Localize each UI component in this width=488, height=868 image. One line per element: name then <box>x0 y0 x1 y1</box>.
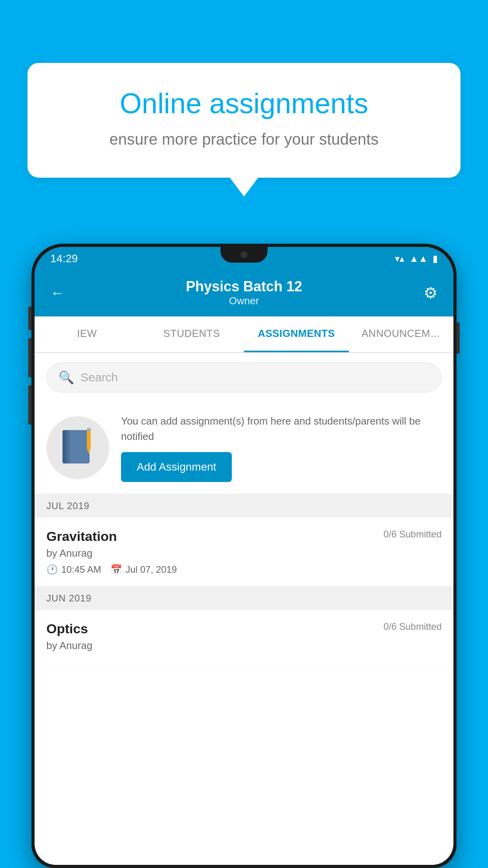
phone-screen: 14:29 ▾▴ ▲▲ ▮ ← Physics Batch 12 Owner ⚙ <box>35 247 453 865</box>
tabs-bar: IEW STUDENTS ASSIGNMENTS ANNOUNCEM… <box>35 316 453 353</box>
assignment-title-gravitation: Gravitation <box>46 529 117 544</box>
back-button[interactable]: ← <box>50 285 64 301</box>
tab-iew[interactable]: IEW <box>35 316 139 352</box>
section-header-jul: JUL 2019 <box>35 494 453 518</box>
speech-bubble: Online assignments ensure more practice … <box>28 63 460 178</box>
assignment-submitted-gravitation: 0/6 Submitted <box>383 529 442 540</box>
search-icon: 🔍 <box>59 370 74 385</box>
settings-icon[interactable]: ⚙ <box>424 284 438 302</box>
promo-text-area: You can add assignment(s) from here and … <box>121 414 442 482</box>
assignment-item-gravitation[interactable]: Gravitation 0/6 Submitted by Anurag 🕐 10… <box>35 518 453 587</box>
promo-description: You can add assignment(s) from here and … <box>121 414 442 444</box>
header-title: Physics Batch 12 <box>64 278 424 295</box>
signal-icon: ▲▲ <box>409 253 428 264</box>
notebook-svg-icon <box>60 428 95 467</box>
assignment-by-optics: by Anurag <box>46 640 442 652</box>
tab-announcements[interactable]: ANNOUNCEM… <box>349 316 454 352</box>
bubble-subtitle: ensure more practice for your students <box>55 128 433 150</box>
assignment-time: 🕐 10:45 AM <box>46 564 101 575</box>
assignment-item-optics[interactable]: Optics 0/6 Submitted by Anurag <box>35 610 453 668</box>
volume-down-button <box>28 338 31 377</box>
power-button <box>457 322 460 354</box>
promo-icon-circle <box>46 416 109 479</box>
svg-rect-3 <box>87 429 91 449</box>
search-placeholder-text: Search <box>81 371 118 384</box>
status-bar: 14:29 ▾▴ ▲▲ ▮ <box>35 247 453 270</box>
assignment-row-top: Gravitation 0/6 Submitted <box>46 529 442 544</box>
assignment-time-value: 10:45 AM <box>61 564 101 575</box>
content-area: 🔍 Search <box>35 353 453 865</box>
assignment-row-top-optics: Optics 0/6 Submitted <box>46 621 442 636</box>
clock-icon: 🕐 <box>46 564 58 575</box>
promo-card: Online assignments ensure more practice … <box>28 63 460 197</box>
silent-button <box>28 385 31 425</box>
tab-assignments[interactable]: ASSIGNMENTS <box>244 316 349 352</box>
front-camera <box>240 251 248 258</box>
section-header-jun: JUN 2019 <box>35 587 453 610</box>
notch <box>220 247 268 263</box>
svg-rect-5 <box>87 428 91 431</box>
battery-icon: ▮ <box>433 253 438 264</box>
svg-rect-2 <box>62 430 66 463</box>
bubble-tail <box>230 178 258 197</box>
status-time: 14:29 <box>50 252 78 265</box>
app-header: ← Physics Batch 12 Owner ⚙ <box>35 270 453 316</box>
header-center: Physics Batch 12 Owner <box>64 278 424 307</box>
volume-up-button <box>28 307 31 330</box>
assignment-submitted-optics: 0/6 Submitted <box>383 621 442 632</box>
search-bar[interactable]: 🔍 Search <box>46 362 442 392</box>
assignment-title-optics: Optics <box>46 621 88 636</box>
assignment-by-gravitation: by Anurag <box>46 547 442 559</box>
add-assignment-button[interactable]: Add Assignment <box>121 452 232 482</box>
assignment-date-value: Jul 07, 2019 <box>125 564 177 575</box>
assignment-date: 📅 Jul 07, 2019 <box>110 564 177 575</box>
promo-section: You can add assignment(s) from here and … <box>35 402 453 494</box>
assignment-meta-gravitation: 🕐 10:45 AM 📅 Jul 07, 2019 <box>46 564 442 575</box>
calendar-icon: 📅 <box>110 564 122 575</box>
phone-inner: 14:29 ▾▴ ▲▲ ▮ ← Physics Batch 12 Owner ⚙ <box>35 247 453 865</box>
bubble-title: Online assignments <box>55 86 433 120</box>
header-subtitle: Owner <box>64 295 424 307</box>
status-icons: ▾▴ ▲▲ ▮ <box>395 253 438 264</box>
search-container: 🔍 Search <box>35 353 453 402</box>
phone-mockup: 14:29 ▾▴ ▲▲ ▮ ← Physics Batch 12 Owner ⚙ <box>31 244 457 868</box>
wifi-icon: ▾▴ <box>395 253 404 264</box>
tab-students[interactable]: STUDENTS <box>139 316 244 352</box>
